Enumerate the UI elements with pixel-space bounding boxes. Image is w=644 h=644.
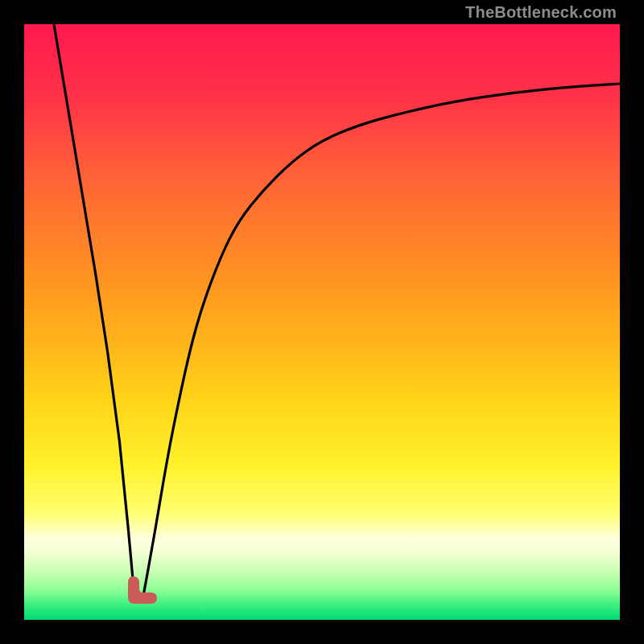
plot-area	[24, 24, 620, 620]
watermark-text: TheBottleneck.com	[465, 3, 617, 22]
right-rise-line	[143, 84, 620, 596]
curve-layer	[24, 24, 620, 620]
left-descent-line	[54, 24, 134, 596]
optimum-marker	[123, 575, 159, 607]
outer-black-frame: TheBottleneck.com	[0, 0, 644, 644]
